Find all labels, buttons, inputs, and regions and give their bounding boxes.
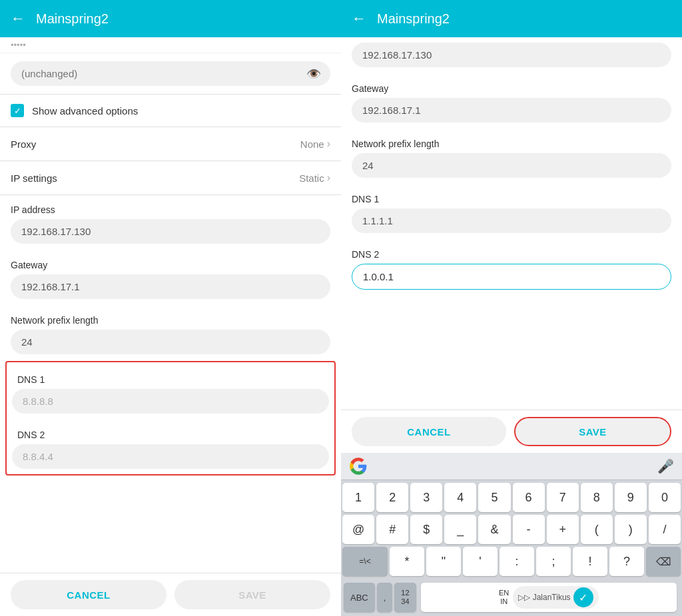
ip-settings-row[interactable]: IP settings Static › [0,161,341,195]
left-dns2-label: DNS 2 [7,420,334,444]
show-advanced-checkbox[interactable]: ✓ [11,104,24,117]
jalantikus-logo: ▷▷ JalanTikus ✓ [513,586,598,609]
password-input[interactable] [21,68,300,79]
eye-icon[interactable]: 👁️ [306,67,321,81]
right-back-button[interactable]: ← [352,10,366,27]
left-dns2-field[interactable] [12,444,329,469]
left-gateway-label: Gateway [0,250,341,274]
left-buttons-row: CANCEL SAVE [0,573,341,616]
right-content: 192.168.17.130 Gateway 192.168.17.1 Netw… [341,37,682,410]
left-header: ← Mainspring2 [0,0,341,37]
left-content: ••••• 👁️ ✓ Show advanced options Proxy N… [0,37,341,573]
key-backspace[interactable]: ⌫ [646,547,681,576]
mic-icon[interactable]: 🎤 [657,458,674,474]
right-dns1-label: DNS 1 [341,184,682,208]
key-0[interactable]: 0 [649,483,681,512]
key-4[interactable]: 4 [444,483,476,512]
left-back-button[interactable]: ← [11,10,25,27]
key-apostrophe[interactable]: ' [463,547,498,576]
left-dns1-label: DNS 1 [7,365,334,389]
right-header-title: Mainspring2 [377,11,450,27]
key-ampersand[interactable]: & [478,515,510,544]
jalantikus-check-circle: ✓ [573,587,593,607]
left-network-prefix-field[interactable]: 24 [11,330,330,354]
password-field-wrapper: 👁️ [11,61,330,86]
left-header-title: Mainspring2 [36,11,109,27]
key-quote[interactable]: " [426,547,461,576]
key-6[interactable]: 6 [513,483,545,512]
right-gateway-label: Gateway [341,74,682,98]
key-colon[interactable]: : [500,547,534,576]
show-advanced-row[interactable]: ✓ Show advanced options [0,95,341,127]
key-question[interactable]: ? [609,547,644,576]
key-equals-backslash[interactable]: =\< [342,547,388,576]
google-icon [349,457,368,475]
right-panel: ← Mainspring2 192.168.17.130 Gateway 192… [341,0,682,616]
ip-settings-value: Static [299,172,324,184]
key-comma[interactable]: , [377,583,393,612]
key-dollar[interactable]: $ [410,515,442,544]
key-9[interactable]: 9 [615,483,647,512]
checkmark-icon: ✓ [14,106,21,116]
ip-address-field[interactable]: 192.168.17.130 [11,219,330,244]
key-numbers[interactable]: 1234 [394,583,416,612]
key-asterisk[interactable]: * [390,547,424,576]
right-dns2-input[interactable] [363,271,660,282]
right-save-button[interactable]: SAVE [514,417,671,446]
key-at[interactable]: @ [342,515,374,544]
left-panel: ← Mainspring2 ••••• 👁️ ✓ Show advanced o… [0,0,341,616]
key-7[interactable]: 7 [547,483,579,512]
key-3[interactable]: 3 [410,483,442,512]
left-cancel-button[interactable]: CANCEL [11,580,167,609]
key-5[interactable]: 5 [478,483,510,512]
key-1[interactable]: 1 [342,483,374,512]
dns2-input[interactable] [23,451,318,462]
proxy-label: Proxy [11,139,36,150]
key-hash[interactable]: # [376,515,408,544]
keyboard-row-1: 1 2 3 4 5 6 7 8 9 0 [342,483,681,512]
right-gateway-field[interactable]: 192.168.17.1 [352,98,671,123]
keyboard: 🎤 1 2 3 4 5 6 7 8 9 0 @ # $ _ & [341,453,682,616]
left-network-prefix-label: Network prefix length [0,306,341,330]
left-save-button[interactable]: SAVE [174,580,330,609]
left-truncated-top: ••••• [0,37,341,53]
key-close-paren[interactable]: ) [615,515,647,544]
ip-settings-value-wrapper: Static › [299,172,330,184]
jalantikus-text: ▷▷ JalanTikus [518,593,570,602]
key-8[interactable]: 8 [581,483,613,512]
key-open-paren[interactable]: ( [581,515,613,544]
key-underscore[interactable]: _ [444,515,476,544]
right-dns2-field[interactable] [352,264,671,290]
key-plus[interactable]: + [547,515,579,544]
keyboard-toolbar: 🎤 [341,453,682,480]
key-abc[interactable]: ABC [344,583,375,612]
right-cancel-button[interactable]: CANCEL [352,417,506,446]
left-gateway-field[interactable]: 192.168.17.1 [11,274,330,299]
right-network-prefix-field[interactable]: 24 [352,153,671,178]
dns1-input[interactable] [23,396,318,407]
right-dns1-field[interactable]: 1.1.1.1 [352,208,671,233]
right-dns2-label: DNS 2 [341,240,682,264]
right-buttons-row: CANCEL SAVE [341,410,682,453]
key-2[interactable]: 2 [376,483,408,512]
jalantikus-check-icon: ✓ [579,591,587,604]
left-dns1-field[interactable] [12,389,329,414]
en-in-label: ENIN [499,589,509,606]
ip-address-label: IP address [0,195,341,219]
key-semicolon[interactable]: ; [536,547,571,576]
key-space[interactable]: ENIN ▷▷ JalanTikus ✓ [421,583,677,612]
proxy-chevron-icon: › [327,138,330,150]
key-exclaim[interactable]: ! [573,547,607,576]
right-top-ip-value: 192.168.17.130 [352,43,671,67]
key-slash[interactable]: / [649,515,681,544]
proxy-value-wrapper: None › [300,138,330,150]
ip-settings-chevron-icon: › [327,172,330,184]
right-network-prefix-label: Network prefix length [341,129,682,153]
proxy-row[interactable]: Proxy None › [0,127,341,161]
proxy-value: None [300,139,324,150]
keyboard-rows: 1 2 3 4 5 6 7 8 9 0 @ # $ _ & - + ( [341,480,682,581]
key-dash[interactable]: - [513,515,545,544]
right-header: ← Mainspring2 [341,0,682,37]
dns-highlighted-section: DNS 1 DNS 2 [5,361,336,475]
keyboard-row-2: @ # $ _ & - + ( ) / [342,515,681,544]
